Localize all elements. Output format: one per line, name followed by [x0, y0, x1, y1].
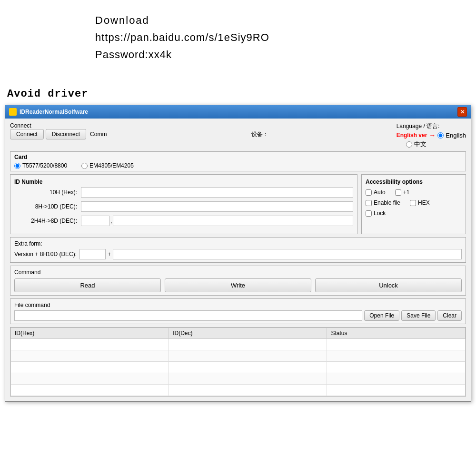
col-status: Status	[327, 328, 466, 339]
plus1-checkbox[interactable]	[395, 189, 401, 196]
english-radio-row: English	[437, 132, 466, 139]
accessibility-panel: Accessibility options Auto +1 Enable fil…	[361, 174, 466, 234]
hex-checkbox-item: HEX	[410, 199, 430, 206]
col-id-dec: ID(Dec)	[169, 328, 327, 339]
english-ver-wrapper: English ver → English	[397, 131, 466, 139]
download-label: Download	[95, 14, 269, 27]
main-area: ID Numble 10H (Hex): 8H->10D (DEC): 2H4H…	[10, 174, 466, 234]
field3-label: 2H4H->8D (DEC):	[14, 218, 81, 224]
id-numble-panel: ID Numble 10H (Hex): 8H->10D (DEC): 2H4H…	[10, 174, 357, 234]
version-label: Version + 8H10D (DEC):	[14, 251, 77, 258]
avoid-driver-label: Avoid driver	[7, 88, 88, 100]
connect-button[interactable]: Connect	[10, 129, 44, 139]
table-row	[11, 385, 466, 396]
chinese-radio-row: 中文	[406, 140, 466, 149]
window-title: IDReaderNormalSolfware	[20, 109, 88, 115]
col-id-hex: ID(Hex)	[11, 328, 169, 339]
extra-input[interactable]	[113, 249, 462, 259]
file-command-section: File command Open File Save File Clear	[10, 298, 466, 324]
auto-checkbox[interactable]	[366, 189, 372, 196]
open-file-button[interactable]: Open File	[364, 310, 399, 321]
command-section: Command Read Write Unlock	[10, 266, 466, 296]
table-row	[11, 339, 466, 350]
access-row3: Lock	[366, 210, 462, 217]
english-radio[interactable]	[437, 132, 444, 139]
version-input[interactable]	[79, 249, 106, 259]
close-button[interactable]: ✕	[457, 107, 467, 117]
card-radio1[interactable]	[14, 163, 20, 169]
file-command-input[interactable]	[14, 310, 362, 321]
field3b-input[interactable]	[113, 216, 353, 226]
english-label: English	[446, 132, 466, 139]
table-row	[11, 373, 466, 385]
comm-label: Comm	[90, 131, 107, 138]
plus1-checkbox-item: +1	[395, 189, 410, 196]
plus1-label: +1	[403, 189, 410, 196]
english-ver-label: English ver	[397, 132, 427, 139]
lock-label: Lock	[374, 210, 386, 217]
main-window: IDReaderNormalSolfware ✕ Connect Connect…	[5, 105, 471, 402]
extra-inner: Version + 8H10D (DEC): +	[14, 249, 462, 259]
chinese-label: 中文	[414, 140, 426, 149]
card-options: T5577/5200/8800 EM4305/EM4205	[14, 162, 462, 169]
field1-input[interactable]	[81, 187, 353, 198]
card-option1: T5577/5200/8800	[14, 162, 67, 169]
field-row-2: 8H->10D (DEC):	[14, 201, 353, 212]
extra-form-section: Extra form: Version + 8H10D (DEC): +	[10, 237, 466, 263]
field1-label: 10H (Hex):	[14, 189, 81, 196]
clear-button[interactable]: Clear	[437, 310, 462, 321]
device-label: 设备：	[251, 130, 268, 139]
field2-input[interactable]	[81, 201, 353, 212]
language-section: Language / 语言: English ver → English 中文	[397, 122, 466, 149]
title-bar-left: IDReaderNormalSolfware	[9, 108, 88, 116]
hex-checkbox[interactable]	[410, 200, 416, 206]
data-table: ID(Hex) ID(Dec) Status	[10, 327, 466, 396]
url-label: https://pan.baidu.com/s/1eSiy9RO	[95, 31, 269, 44]
table-section: ID(Hex) ID(Dec) Status	[10, 327, 466, 397]
card-option2: EM4305/EM4205	[81, 162, 134, 169]
field2-label: 8H->10D (DEC):	[14, 203, 81, 210]
language-title: Language / 语言:	[397, 122, 466, 130]
read-button[interactable]: Read	[14, 278, 161, 292]
card-label2: EM4305/EM4205	[89, 162, 134, 169]
card-label1: T5577/5200/8800	[22, 162, 67, 169]
accessibility-title: Accessibility options	[366, 178, 462, 185]
lock-checkbox-item: Lock	[366, 210, 386, 217]
card-section: Card T5577/5200/8800 EM4305/EM4205	[10, 151, 466, 171]
enable-file-checkbox-item: Enable file	[366, 199, 400, 206]
connect-label: Connect	[10, 122, 267, 129]
command-title: Command	[14, 269, 462, 276]
field-row-3: 2H4H->8D (DEC): ,	[14, 216, 353, 226]
password-label: Password:xx4k	[95, 49, 269, 61]
unlock-button[interactable]: Unlock	[315, 278, 462, 292]
chinese-radio[interactable]	[406, 141, 412, 148]
top-row: Connect Connect Disconnect Comm 设备： Lang…	[10, 122, 466, 149]
auto-label: Auto	[374, 189, 386, 196]
app-icon	[9, 108, 17, 116]
field3a-input[interactable]	[81, 216, 109, 226]
card-title: Card	[14, 154, 462, 160]
title-bar: IDReaderNormalSolfware ✕	[5, 105, 471, 119]
file-command-title: File command	[14, 302, 462, 308]
access-row1: Auto +1	[366, 189, 462, 196]
window-content: Connect Connect Disconnect Comm 设备： Lang…	[5, 119, 471, 401]
table-row	[11, 350, 466, 362]
write-button[interactable]: Write	[165, 278, 311, 292]
enable-file-checkbox[interactable]	[366, 200, 372, 206]
command-buttons: Read Write Unlock	[14, 278, 462, 292]
file-command-row: Open File Save File Clear	[14, 310, 462, 321]
hex-label: HEX	[418, 199, 430, 206]
save-file-button[interactable]: Save File	[401, 310, 436, 321]
access-row2: Enable file HEX	[366, 199, 462, 206]
id-numble-title: ID Numble	[14, 178, 353, 185]
table-row	[11, 362, 466, 373]
enable-file-label: Enable file	[374, 199, 400, 206]
connect-area: Connect Connect Disconnect Comm 设备：	[10, 122, 268, 139]
card-radio2[interactable]	[81, 163, 88, 169]
auto-checkbox-item: Auto	[366, 189, 386, 196]
plus-sign: +	[108, 251, 111, 258]
lock-checkbox[interactable]	[366, 210, 372, 217]
disconnect-button[interactable]: Disconnect	[46, 129, 86, 139]
connect-buttons: Connect Disconnect Comm 设备：	[10, 129, 268, 139]
comma-sep: ,	[110, 218, 112, 224]
